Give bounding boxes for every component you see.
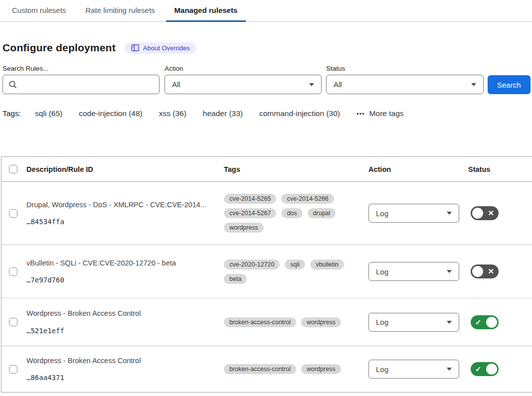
tag-pill: vbulletin	[310, 260, 344, 269]
rule-description: vBulletin - SQLi - CVE:CVE-2020-12720 - …	[26, 259, 214, 267]
rule-status-toggle[interactable]: ✓	[471, 362, 499, 376]
tag-pill: beta	[224, 274, 247, 284]
ellipsis-icon: •••	[356, 111, 365, 117]
chevron-down-icon	[309, 83, 314, 86]
table-row: Drupal, Wordpress - DoS - XMLRPC - CVE:C…	[1, 182, 532, 245]
tag-filter-command-injection[interactable]: command-injection (30)	[259, 109, 340, 118]
search-rules-input[interactable]	[22, 75, 159, 94]
tag-pill: dos	[281, 208, 302, 218]
tags-bar-label: Tags:	[2, 109, 21, 118]
tag-pill: cve-2014-5267	[224, 208, 276, 218]
rule-action-select[interactable]: Log	[368, 360, 459, 379]
row-checkbox[interactable]	[9, 209, 17, 218]
rule-description: Wordpress - Broken Access Control	[26, 309, 214, 318]
page-title: Configure deployment	[2, 42, 116, 54]
tag-pill: broken-access-control	[224, 364, 296, 374]
check-icon: ✓	[475, 318, 482, 326]
rule-action-value: Log	[376, 318, 388, 326]
x-icon: ✕	[488, 209, 494, 217]
row-checkbox[interactable]	[9, 267, 17, 276]
rule-id: …521e1eff	[26, 327, 214, 335]
tag-pill: wordpress	[224, 223, 264, 233]
tag-pill: wordpress	[301, 364, 341, 374]
more-tags-label: More tags	[369, 109, 404, 118]
tab-managed-rulesets[interactable]: Managed rulesets	[166, 0, 246, 22]
action-filter-label: Action	[165, 65, 322, 72]
tab-custom-rulesets[interactable]: Custom rulesets	[3, 0, 74, 22]
toggle-knob	[472, 208, 483, 219]
toggle-knob	[472, 266, 483, 277]
column-header-description: Description/Rule ID	[26, 165, 224, 173]
rule-tags: broken-access-control wordpress	[224, 317, 368, 327]
x-icon: ✕	[488, 267, 494, 275]
status-filter-label: Status	[326, 65, 484, 72]
rule-action-select[interactable]: Log	[368, 204, 459, 223]
column-header-tags: Tags	[224, 165, 368, 173]
row-checkbox[interactable]	[9, 318, 17, 326]
rule-tags: cve-2020-12720 sqli vbulletin beta	[224, 260, 368, 284]
tag-filter-code-injection[interactable]: code-injection (48)	[79, 109, 143, 118]
tag-pill: broken-access-control	[224, 317, 296, 327]
rule-status-toggle[interactable]: ✕	[471, 264, 499, 278]
column-header-status: Status	[468, 165, 532, 173]
tag-pill: sqli	[285, 260, 305, 269]
table-row: Wordpress - Broken Access Control …86aa4…	[1, 346, 532, 393]
chevron-down-icon	[447, 270, 452, 273]
status-filter-select[interactable]: All	[326, 75, 484, 94]
tag-filter-sqli[interactable]: sqli (65)	[35, 109, 62, 118]
rule-id: …84534ffa	[26, 218, 214, 226]
tag-filter-header[interactable]: header (33)	[203, 109, 243, 118]
tags-bar: Tags: sqli (65) code-injection (48) xss …	[2, 109, 532, 118]
toggle-knob	[486, 317, 497, 328]
tag-pill: cve-2014-5266	[281, 194, 334, 204]
select-all-checkbox[interactable]	[9, 165, 17, 173]
chevron-down-icon	[447, 321, 452, 324]
managed-rules-table: Description/Rule ID Tags Action Status D…	[1, 156, 532, 393]
about-overrides-label: About Overrides	[143, 44, 190, 52]
more-tags-button[interactable]: ••• More tags	[356, 109, 404, 118]
search-rules-label: Search Rules...	[2, 65, 160, 72]
rule-action-select[interactable]: Log	[368, 262, 459, 281]
rule-id: …7e97d760	[26, 276, 214, 284]
chevron-down-icon	[471, 83, 476, 86]
chevron-down-icon	[447, 212, 452, 215]
search-rules-box	[2, 75, 160, 94]
column-header-action: Action	[368, 165, 468, 173]
chevron-down-icon	[447, 368, 452, 371]
table-header-row: Description/Rule ID Tags Action Status	[1, 157, 532, 182]
filters-row: Search Rules... Action All Status All Se…	[2, 65, 532, 94]
tag-pill: drupal	[308, 208, 336, 218]
table-row: vBulletin - SQLi - CVE:CVE-2020-12720 - …	[1, 245, 532, 298]
toggle-knob	[486, 364, 497, 375]
status-filter-value: All	[334, 80, 342, 89]
heading-row: Configure deployment About Overrides	[2, 42, 532, 54]
table-row: Wordpress - Broken Access Control …521e1…	[1, 298, 532, 346]
tag-pill: cve-2020-12720	[224, 260, 280, 269]
rule-id: …86aa4371	[26, 374, 214, 382]
ruleset-tabbar: Custom rulesets Rate limiting rulesets M…	[0, 0, 532, 22]
book-icon	[131, 44, 139, 51]
search-button[interactable]: Search	[488, 75, 531, 94]
tag-filter-xss[interactable]: xss (36)	[159, 109, 186, 118]
about-overrides-badge[interactable]: About Overrides	[125, 42, 196, 54]
rule-description: Wordpress - Broken Access Control	[26, 357, 214, 365]
search-icon	[8, 80, 17, 91]
tag-pill: wordpress	[301, 317, 341, 327]
action-filter-select[interactable]: All	[165, 75, 322, 94]
check-icon: ✓	[475, 365, 482, 373]
rule-tags: cve-2014-5265 cve-2014-5266 cve-2014-526…	[224, 194, 368, 233]
tag-pill: cve-2014-5265	[224, 194, 276, 204]
rule-status-toggle[interactable]: ✕	[471, 206, 499, 220]
row-checkbox[interactable]	[9, 365, 17, 374]
rule-action-value: Log	[376, 209, 388, 218]
rule-action-select[interactable]: Log	[368, 313, 459, 332]
rule-tags: broken-access-control wordpress	[224, 364, 368, 374]
rule-action-value: Log	[376, 267, 388, 276]
rule-action-value: Log	[376, 365, 388, 374]
tab-rate-limiting-rulesets[interactable]: Rate limiting rulesets	[77, 0, 163, 22]
action-filter-value: All	[172, 80, 180, 89]
rule-description: Drupal, Wordpress - DoS - XMLRPC - CVE:C…	[26, 201, 214, 209]
rule-status-toggle[interactable]: ✓	[471, 315, 499, 329]
